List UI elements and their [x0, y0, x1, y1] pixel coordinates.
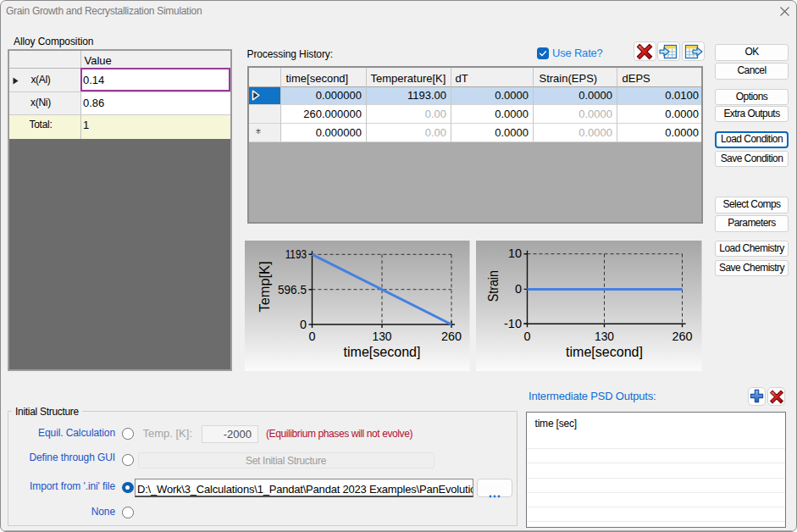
svg-text:-10: -10 — [504, 316, 522, 330]
svg-text:0: 0 — [300, 317, 307, 331]
svg-text:130: 130 — [373, 329, 392, 343]
svg-text:260: 260 — [672, 329, 693, 343]
svg-text:Temp[K]: Temp[K] — [257, 262, 272, 313]
svg-text:time[second]: time[second] — [344, 346, 421, 360]
svg-text:1193: 1193 — [285, 247, 307, 261]
svg-text:time[second]: time[second] — [566, 346, 643, 360]
svg-text:0: 0 — [309, 329, 316, 343]
svg-text:Strain: Strain — [486, 270, 501, 302]
svg-text:0: 0 — [524, 329, 531, 343]
svg-text:130: 130 — [595, 329, 614, 343]
svg-text:596.5: 596.5 — [278, 282, 307, 296]
svg-text:260: 260 — [441, 329, 462, 343]
svg-text:10: 10 — [508, 247, 522, 261]
svg-text:0: 0 — [515, 281, 522, 296]
